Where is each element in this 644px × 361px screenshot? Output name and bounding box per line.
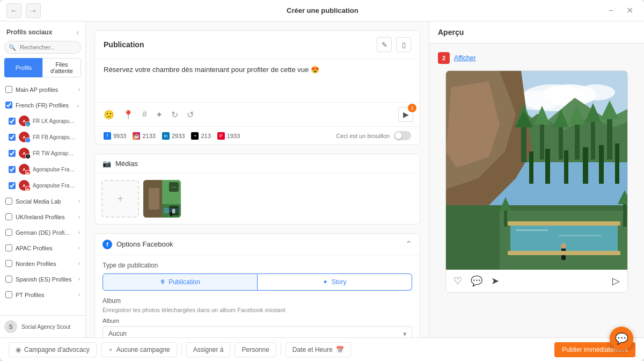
chevron-right-icon-2: › — [78, 198, 80, 204]
media-section: 📷 Médias + — [94, 154, 420, 225]
pub-type-publication-button[interactable]: ✟ Publication — [103, 273, 258, 291]
sidebar-group-pt-header[interactable]: PT Profiles › — [0, 287, 85, 302]
sidebar-group-german-de-checkbox[interactable] — [5, 229, 12, 236]
list-item[interactable]: A 𝕏 FR TW Agorapulse — [4, 145, 85, 161]
draft-toggle-switch[interactable] — [394, 131, 411, 140]
no-campaign-button[interactable]: ⚬ Aucune campagne — [101, 342, 177, 357]
sidebar-group-social-media-lab-checkbox[interactable] — [5, 198, 12, 205]
sidebar-group-apac-header[interactable]: APAC Profiles › — [0, 240, 85, 256]
list-item[interactable]: A ▲ Agorapulse France — [4, 177, 85, 193]
thumb-more-button[interactable]: ⋯ — [169, 182, 179, 192]
svg-rect-36 — [615, 143, 619, 184]
instagram-badge-icon-2: ▲ — [25, 186, 31, 191]
forward-button[interactable]: → — [26, 3, 41, 18]
media-body: + — [95, 174, 420, 224]
datetime-button[interactable]: Date et Heure 📅 — [286, 342, 351, 357]
album-select[interactable]: Aucun — [103, 326, 412, 337]
fb-options-title-area: f Options Facebook — [103, 240, 173, 249]
sidebar-group-main-ap-header[interactable]: Main AP profiles › — [0, 82, 85, 97]
sidebar-group-spanish-es-checkbox[interactable] — [5, 276, 12, 283]
svg-point-12 — [577, 84, 615, 100]
story-type-label: Story — [331, 278, 346, 286]
media-thumb-overlay: ⋯ — [169, 182, 179, 192]
list-item[interactable]: A in FR LK Agorapulse — [4, 113, 85, 129]
sidebar-group-spanish-es-header[interactable]: Spanish (ES) Profiles › — [0, 271, 85, 287]
publication-text[interactable]: Réservez votre chambre dès maintenant po… — [95, 59, 420, 102]
back-button[interactable]: ← — [6, 3, 21, 18]
sidebar-group-uk-ireland: UK/Ireland Profiles › — [0, 209, 85, 225]
chevron-right-icon-6: › — [78, 261, 80, 266]
pub-type-story-button[interactable]: ✦ Story — [258, 273, 412, 291]
stat-facebook-value: 9933 — [113, 133, 126, 139]
location-button[interactable]: 📍 — [121, 107, 136, 122]
sidebar-group-apac-checkbox[interactable] — [5, 244, 12, 251]
minimize-button[interactable]: − — [604, 4, 618, 18]
sidebar-collapse-button[interactable]: ‹ — [76, 28, 79, 37]
mention-button[interactable]: ✦ — [153, 107, 165, 122]
like-icon[interactable]: ♡ — [453, 275, 462, 287]
footer-label: Social Agency Scout — [21, 324, 70, 330]
svg-rect-32 — [545, 149, 550, 184]
sidebar-group-pt: PT Profiles › — [0, 287, 85, 302]
tab-profils[interactable]: Profils — [4, 58, 42, 77]
sidebar-group-social-media-lab-header[interactable]: Social Media Lab › — [0, 193, 85, 209]
sidebar-item-fr-fb-checkbox[interactable] — [9, 134, 16, 141]
share-icon[interactable]: ➤ — [491, 275, 499, 287]
sidebar-group-norden-header[interactable]: Norden Profiles › — [0, 256, 85, 271]
sidebar-group-french-fr-label: French (FR) Profiles — [16, 102, 72, 109]
edit-button[interactable]: ✎ — [377, 37, 392, 52]
sidebar-group-uk-ireland-label: UK/Ireland Profiles — [16, 214, 75, 220]
svg-rect-34 — [583, 147, 588, 184]
bookmark-icon[interactable]: ▷ — [612, 275, 620, 287]
sidebar-group-uk-ireland-header[interactable]: UK/Ireland Profiles › — [0, 209, 85, 225]
profile-name: FR TW Agorapulse — [33, 150, 76, 156]
thumb-delete-button[interactable]: 🗑 — [169, 206, 179, 215]
expand-badge: 1 — [408, 104, 416, 112]
profile-name: Agorapulse France — [33, 183, 76, 189]
recycle-button[interactable]: ↻ — [169, 107, 180, 122]
refresh-button[interactable]: ↺ — [185, 107, 196, 122]
sidebar-footer: S Social Agency Scout — [0, 315, 85, 337]
sidebar-group-german-de-header[interactable]: German (DE) Profi... › — [0, 225, 85, 240]
assign-button[interactable]: Assigner à — [186, 342, 231, 357]
draft-toggle: Ceci est un brouillon — [336, 131, 411, 140]
stat-facebook: f 9933 — [104, 132, 126, 140]
publication-title: Publication — [104, 40, 144, 49]
sidebar-item-agora-fr1-checkbox[interactable] — [9, 166, 16, 173]
close-button[interactable]: ✕ — [622, 3, 638, 18]
preview-panel: Aperçu 2 Afficher — [429, 21, 644, 337]
person-button[interactable]: Personne — [235, 342, 276, 357]
comment-icon[interactable]: 💬 — [471, 275, 482, 287]
sidebar-group-french-fr-checkbox[interactable] — [5, 102, 12, 109]
sidebar-group-uk-ireland-checkbox[interactable] — [5, 213, 12, 220]
list-item[interactable]: A ▲ Agorapulse France — [4, 161, 85, 177]
media-add-button[interactable]: + — [101, 180, 139, 218]
copy-button[interactable]: ▯ — [396, 37, 411, 52]
sidebar-group-french-fr-header[interactable]: French (FR) Profiles ⌄ — [0, 97, 85, 113]
media-icon: 📷 — [103, 160, 111, 168]
preview-view-link[interactable]: Afficher — [454, 54, 475, 62]
sidebar-item-fr-tw-checkbox[interactable] — [9, 150, 16, 157]
preview-image-svg — [446, 71, 627, 270]
chevron-right-icon-5: › — [78, 245, 80, 251]
campaign-button[interactable]: ◉ Campagne d'advocacy — [9, 342, 97, 357]
svg-rect-31 — [529, 151, 533, 184]
tab-files[interactable]: Files d'attente — [42, 58, 81, 77]
list-item[interactable]: A f FR FB Agorapulse — [4, 129, 85, 145]
media-thumbnail: ⋯ 🗑 — [143, 180, 181, 218]
fb-options-collapse-button[interactable]: ⌃ — [405, 239, 412, 249]
chat-bubble-button[interactable]: 💬 — [610, 327, 633, 350]
avatar: A 𝕏 — [19, 148, 30, 158]
hashtag-button[interactable]: # — [140, 107, 149, 121]
chevron-right-icon: › — [78, 86, 80, 92]
sidebar-group-pt-checkbox[interactable] — [5, 291, 12, 298]
sidebar-group-main-ap-checkbox[interactable] — [5, 86, 12, 93]
preview-header: Aperçu — [429, 21, 644, 44]
sidebar-group-french-fr-items: A in FR LK Agorapulse A f — [0, 113, 85, 193]
nav-controls: ← → — [6, 3, 41, 18]
sidebar-item-fr-lk-checkbox[interactable] — [9, 118, 16, 125]
sidebar-group-norden-checkbox[interactable] — [5, 260, 12, 267]
emoji-button[interactable]: 🙂 — [101, 107, 116, 122]
sidebar-item-agora-fr2-checkbox[interactable] — [9, 182, 16, 189]
svg-rect-46 — [508, 251, 620, 255]
